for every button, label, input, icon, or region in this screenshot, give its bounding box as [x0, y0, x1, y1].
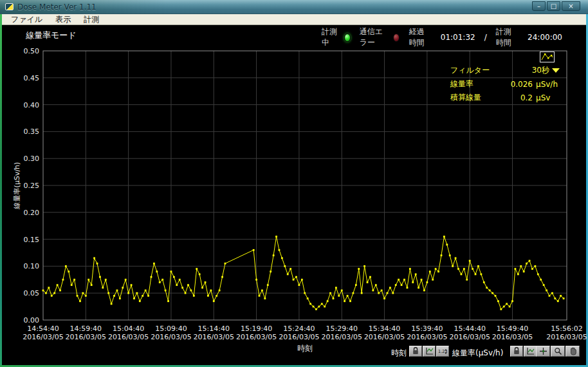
svg-text:0.30: 0.30 [24, 155, 40, 163]
svg-text:2016/03/05: 2016/03/05 [364, 333, 405, 341]
svg-text:2016/03/05: 2016/03/05 [322, 333, 362, 341]
svg-text:15:04:40: 15:04:40 [113, 325, 144, 333]
zoom-tool-button[interactable] [551, 346, 565, 357]
maximize-button[interactable]: □ [547, 1, 560, 11]
svg-text:2016/03/05: 2016/03/05 [449, 333, 490, 341]
svg-text:2016/03/05: 2016/03/05 [407, 333, 447, 341]
readout-panel: フィルター 30秒 線量率 0.026 µSv/h 積算線量 0.2 µSv [450, 64, 560, 104]
window-title: Dose Meter Ver 1.11 [17, 3, 96, 12]
close-button[interactable]: × [562, 1, 580, 11]
svg-text:2016/03/05: 2016/03/05 [546, 333, 587, 341]
svg-text:2016/03/05: 2016/03/05 [194, 333, 234, 341]
hand-icon [569, 347, 577, 355]
lock-icon [513, 347, 520, 355]
svg-text:15:19:40: 15:19:40 [241, 325, 272, 333]
svg-text:2016/03/05: 2016/03/05 [23, 333, 63, 341]
svg-text:0.45: 0.45 [24, 74, 40, 82]
cumulative-dose-value: 0.2 [501, 93, 533, 102]
lock-icon [412, 347, 419, 355]
svg-text:0.15: 0.15 [24, 236, 40, 244]
svg-text:2016/03/05: 2016/03/05 [279, 333, 319, 341]
filter-label: フィルター [450, 65, 501, 76]
y-scale-group-label: 線量率(µSv/h) [452, 348, 503, 359]
svg-text:2016/03/05: 2016/03/05 [151, 333, 191, 341]
filter-row[interactable]: フィルター 30秒 [450, 64, 560, 77]
svg-text:15:14:40: 15:14:40 [198, 325, 230, 333]
app-icon [5, 3, 14, 10]
svg-text:2016/03/05: 2016/03/05 [492, 333, 533, 341]
svg-text:15:56:02: 15:56:02 [551, 325, 582, 333]
svg-text:15:34:40: 15:34:40 [369, 325, 400, 333]
svg-text:15:24:40: 15:24:40 [283, 325, 315, 333]
dose-rate-graph[interactable]: 0.000.050.100.150.200.250.300.350.400.45… [0, 0, 588, 367]
svg-text:0.05: 0.05 [24, 289, 40, 297]
cursor-tool-button[interactable] [536, 346, 550, 357]
minimize-button[interactable]: – [532, 1, 546, 11]
cumulative-dose-unit: µSv [533, 93, 560, 102]
svg-text:15:44:40: 15:44:40 [454, 325, 485, 333]
svg-text:14:59:40: 14:59:40 [70, 325, 102, 333]
svg-text:2016/03/05: 2016/03/05 [108, 333, 149, 341]
svg-text:2016/03/05: 2016/03/05 [66, 333, 106, 341]
x-autoscale-button[interactable] [423, 346, 436, 357]
svg-text:0.00: 0.00 [24, 316, 40, 325]
svg-text:0.50: 0.50 [24, 47, 40, 55]
dose-rate-row: 線量率 0.026 µSv/h [450, 77, 560, 91]
svg-text:15:39:40: 15:39:40 [411, 325, 443, 333]
svg-text:0.25: 0.25 [24, 182, 40, 190]
svg-text:0.20: 0.20 [24, 209, 40, 217]
svg-text:0.40: 0.40 [24, 101, 40, 109]
svg-text:15:49:40: 15:49:40 [497, 325, 528, 333]
svg-text:15:29:40: 15:29:40 [326, 325, 358, 333]
autoscale-x-icon [425, 347, 434, 355]
dose-rate-value: 0.026 [501, 80, 533, 89]
x-scale-group-label: 時刻 [391, 348, 407, 359]
cumulative-dose-row: 積算線量 0.2 µSv [450, 91, 560, 104]
autoscale-y-icon [526, 347, 535, 355]
x-scale-lock-button[interactable] [409, 346, 422, 357]
svg-text:2016/03/05: 2016/03/05 [236, 333, 277, 341]
y-scale-lock-button[interactable] [510, 346, 523, 357]
dose-rate-label: 線量率 [450, 79, 501, 89]
graph-palette: 時刻 1.23 線量率(µ [0, 346, 588, 360]
svg-text:14:54:40: 14:54:40 [27, 325, 59, 333]
magnifier-icon [554, 347, 562, 355]
y-autoscale-button[interactable] [524, 346, 537, 357]
svg-text:0.35: 0.35 [24, 127, 40, 136]
number-format-icon: 1.23 [438, 347, 448, 355]
pan-tool-button[interactable] [565, 346, 580, 357]
x-format-button[interactable]: 1.23 [436, 346, 449, 357]
cumulative-dose-label: 積算線量 [450, 92, 501, 103]
svg-text:15:09:40: 15:09:40 [155, 325, 187, 333]
crosshair-icon [539, 347, 547, 355]
filter-value[interactable]: 30秒 [501, 65, 549, 76]
dose-rate-unit: µSv/h [533, 80, 560, 89]
svg-text:0.10: 0.10 [24, 262, 40, 270]
app-window: Dose Meter Ver 1.11 – □ × ファイル 表示 計測 線量率… [0, 0, 588, 367]
plot-legend-icon[interactable] [540, 52, 555, 62]
svg-text:線量率(µSv/h): 線量率(µSv/h) [13, 162, 21, 210]
chevron-down-icon[interactable] [552, 68, 560, 73]
